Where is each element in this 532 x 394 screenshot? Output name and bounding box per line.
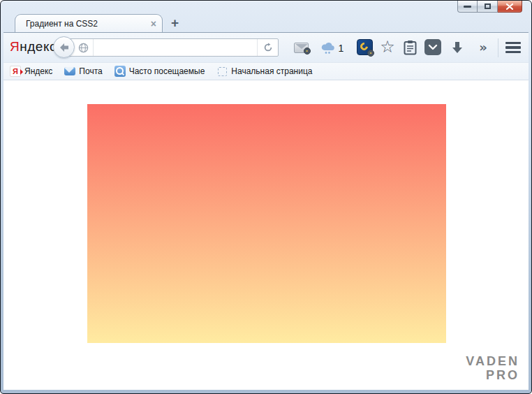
watermark: VADEN PRO: [466, 354, 519, 383]
client-area: Яндекс: [3, 32, 529, 390]
bookmarks-bar: Я Яндекс Почта Часто посещаемые Начальна…: [3, 63, 529, 80]
frequently-visited-icon: [114, 66, 126, 77]
tab-strip: Градиент на CSS2 × +: [1, 14, 531, 32]
new-tab-button[interactable]: +: [171, 15, 179, 31]
css-gradient-demo-box: [87, 104, 446, 343]
reload-button[interactable]: [257, 39, 278, 56]
pocket-button[interactable]: [424, 39, 441, 55]
address-input[interactable]: [94, 39, 257, 56]
mail-favicon-icon: [64, 67, 75, 75]
bookmark-label: Начальная страница: [231, 66, 312, 76]
weather-badge-count: 1: [339, 43, 344, 54]
home-page-icon: [216, 66, 228, 77]
yandex-logo-letter: Я: [10, 39, 20, 54]
bookmark-frequently-visited[interactable]: Часто посещаемые: [114, 66, 205, 77]
bookmark-yandex[interactable]: Я Яндекс: [10, 66, 52, 77]
minimize-icon: [464, 6, 471, 8]
yandex-favicon: Я: [10, 66, 21, 77]
bookmark-label: Почта: [79, 66, 102, 76]
clipboard-icon: [404, 40, 417, 55]
key-badge-icon: •: [304, 48, 311, 54]
envelope-icon: •: [294, 43, 309, 53]
key-badge-icon: •: [367, 50, 374, 57]
downloads-button[interactable]: [448, 39, 466, 56]
mail-extension-icon[interactable]: •: [293, 42, 309, 54]
bookmark-label: Часто посещаемые: [129, 66, 205, 76]
cloud-icon: [320, 41, 337, 55]
pocket-chevron-icon: [424, 39, 441, 55]
window-controls: [457, 1, 522, 13]
minimize-button[interactable]: [457, 1, 478, 13]
maximize-button[interactable]: [478, 1, 498, 13]
bookmark-mail[interactable]: Почта: [64, 66, 102, 76]
download-arrow-icon: [452, 41, 463, 54]
weather-extension-button[interactable]: 1: [317, 39, 346, 57]
maximize-icon: [485, 3, 491, 9]
globe-icon: [78, 43, 89, 53]
navigation-toolbar: Яндекс: [3, 33, 529, 63]
tab-gradient-css2[interactable]: Градиент на CSS2 ×: [15, 14, 163, 32]
bookmark-home-page[interactable]: Начальная страница: [216, 66, 312, 77]
close-button[interactable]: [498, 1, 522, 13]
reload-icon: [263, 43, 273, 52]
watermark-line1: VADEN: [466, 354, 519, 369]
close-icon: [506, 3, 513, 10]
watermark-line2: PRO: [466, 368, 519, 383]
bookmark-star-icon[interactable]: ☆: [378, 37, 397, 57]
overflow-chevron-icon[interactable]: »: [475, 38, 492, 56]
menu-button[interactable]: [503, 40, 523, 55]
clipboard-button[interactable]: [401, 38, 419, 57]
yandex-logo: Яндекс: [10, 39, 57, 54]
tab-title: Градиент на CSS2: [26, 19, 151, 29]
bookmark-label: Яндекс: [24, 66, 52, 76]
menu-icon: [505, 42, 521, 45]
back-button[interactable]: [53, 36, 75, 58]
browser-window: Градиент на CSS2 × + Яндекс: [0, 0, 532, 394]
back-icon: [59, 43, 70, 52]
toolbar-separator: [498, 38, 498, 57]
page-content: VADEN PRO: [3, 80, 529, 388]
app-extension-icon[interactable]: •: [357, 39, 373, 55]
url-bar[interactable]: [61, 38, 279, 57]
tab-close-icon[interactable]: ×: [151, 19, 156, 29]
